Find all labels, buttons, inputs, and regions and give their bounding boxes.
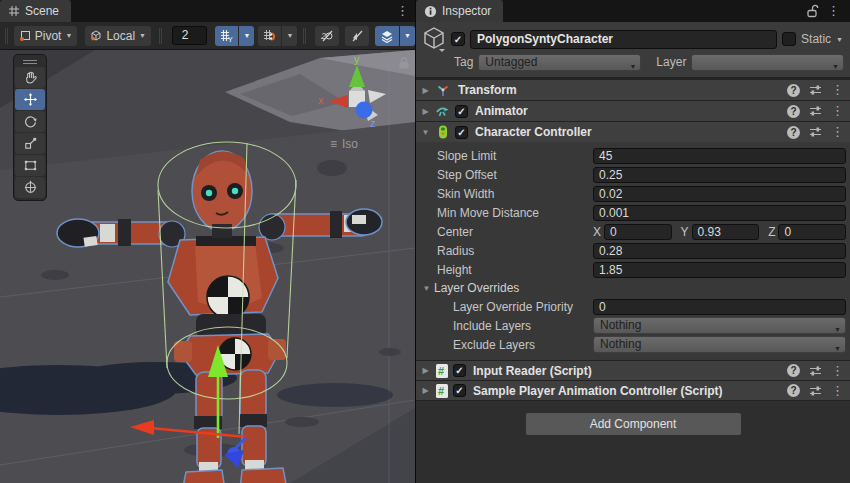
transform-tool-button[interactable] — [15, 177, 45, 198]
property-row: Include Layers Nothing ▼ — [416, 316, 850, 335]
foldout-icon[interactable]: ▶ — [420, 366, 431, 375]
component-menu-icon[interactable]: ⋮ — [831, 79, 844, 101]
layer-caret-icon: ▼ — [832, 59, 839, 74]
component-header-transform[interactable]: ▶ Transform ? ⋮ — [416, 79, 850, 100]
height-field[interactable]: 1.85 — [593, 262, 846, 278]
projection-toggle[interactable]: ≡ Iso — [330, 137, 358, 151]
add-component-button[interactable]: Add Component — [525, 412, 742, 436]
scene-grid-icon — [8, 5, 20, 17]
scene-menu-icon[interactable]: ⋮ — [390, 0, 415, 22]
snap-increment-caret[interactable]: ▼ — [282, 26, 297, 46]
local-space-button[interactable]: Local ▼ — [85, 26, 151, 46]
sample-player-title: Sample Player Animation Controller (Scri… — [473, 384, 723, 398]
presets-icon[interactable] — [809, 365, 822, 377]
transform-title: Transform — [458, 83, 517, 97]
component-menu-icon[interactable]: ⋮ — [831, 380, 844, 402]
grid-snap-caret[interactable]: ▼ — [239, 26, 254, 46]
snap-increment-button[interactable] — [258, 26, 281, 46]
help-icon[interactable]: ? — [787, 105, 800, 118]
center-x-field[interactable]: 0 — [604, 224, 672, 240]
tag-dropdown[interactable]: Untagged ▼ — [478, 54, 641, 71]
foldout-icon: ▼ — [421, 284, 432, 293]
rotate-icon — [23, 114, 38, 129]
component-header-sample-player[interactable]: ▶ # ✓ Sample Player Animation Controller… — [416, 380, 850, 400]
help-icon[interactable]: ? — [787, 126, 800, 139]
effects-toggle[interactable] — [375, 26, 399, 46]
property-row: Min Move Distance 0.001 — [416, 203, 850, 222]
include-layers-value: Nothing — [600, 318, 641, 332]
include-layers-dropdown[interactable]: Nothing ▼ — [593, 317, 846, 334]
sample-player-enabled-checkbox[interactable]: ✓ — [453, 384, 466, 397]
radius-field[interactable]: 0.28 — [593, 243, 846, 259]
scene-tab-label: Scene — [25, 4, 59, 18]
cc-enabled-checkbox[interactable]: ✓ — [455, 126, 468, 139]
foldout-icon[interactable]: ▶ — [420, 86, 431, 95]
tab-scene[interactable]: Scene — [0, 0, 71, 22]
component-menu-icon[interactable]: ⋮ — [831, 121, 844, 143]
gameobject-cube-icon[interactable] — [422, 26, 446, 52]
presets-icon[interactable] — [809, 84, 822, 96]
component-header-input-reader[interactable]: ▶ # ✓ Input Reader (Script) ? ⋮ — [416, 360, 850, 380]
pivot-mode-button[interactable]: Pivot ▼ — [14, 26, 78, 46]
svg-text:Y: Y — [228, 36, 233, 43]
foldout-icon[interactable]: ▶ — [420, 386, 431, 395]
tab-inspector[interactable]: Inspector — [416, 0, 503, 22]
help-icon[interactable]: ? — [787, 84, 800, 97]
lock-icon[interactable] — [397, 56, 411, 70]
center-y-field[interactable]: 0.93 — [692, 224, 760, 240]
scene-viewport[interactable]: y x z ≡ Iso — [0, 50, 415, 483]
camera-audio-toggle[interactable] — [345, 26, 369, 46]
hand-icon — [23, 70, 38, 85]
slope-limit-field[interactable]: 45 — [593, 148, 846, 164]
property-row: Layer Override Priority 0 — [416, 297, 850, 316]
gameobject-active-checkbox[interactable]: ✓ — [451, 32, 465, 46]
skin-width-field[interactable]: 0.02 — [593, 186, 846, 202]
help-icon[interactable]: ? — [787, 384, 800, 397]
static-checkbox[interactable] — [782, 32, 796, 46]
min-move-distance-field[interactable]: 0.001 — [593, 205, 846, 221]
grid-size-field[interactable]: 2 — [172, 26, 208, 45]
foldout-icon[interactable]: ▶ — [420, 107, 431, 116]
rect-tool-button[interactable] — [15, 155, 45, 176]
exclude-layers-dropdown[interactable]: Nothing ▼ — [593, 336, 846, 353]
toolbar-separator — [5, 28, 6, 44]
view-hand-tool-button[interactable] — [15, 67, 45, 88]
component-header-animator[interactable]: ▶ ✓ Animator ? ⋮ — [416, 100, 850, 121]
static-label: Static — [801, 32, 831, 46]
component-menu-icon[interactable]: ⋮ — [831, 360, 844, 382]
center-z-field[interactable]: 0 — [778, 224, 846, 240]
unlock-icon[interactable] — [806, 4, 819, 18]
scene-visibility-toggle[interactable]: 2 — [315, 26, 339, 46]
step-offset-field[interactable]: 0.25 — [593, 167, 846, 183]
palette-drag-handle[interactable] — [15, 57, 45, 66]
animator-enabled-checkbox[interactable]: ✓ — [455, 105, 468, 118]
help-icon[interactable]: ? — [787, 364, 800, 377]
inspector-menu-icon[interactable]: ⋮ — [821, 0, 846, 22]
character-controller-icon — [435, 124, 451, 140]
effects-caret[interactable]: ▼ — [400, 26, 415, 46]
layer-overrides-foldout[interactable]: ▼ Layer Overrides — [416, 279, 850, 297]
grid-snap-button[interactable]: Y — [215, 26, 238, 46]
svg-text:#: # — [438, 385, 444, 397]
layer-dropdown[interactable]: ▼ — [691, 54, 844, 71]
component-menu-icon[interactable]: ⋮ — [831, 100, 844, 122]
orientation-gizmo[interactable]: y x z — [312, 53, 404, 145]
animator-title: Animator — [475, 104, 528, 118]
axis-y-label: y — [354, 53, 360, 65]
inspector-footer: Add Component — [416, 400, 850, 483]
property-label: Layer Override Priority — [416, 300, 593, 314]
gameobject-name-field[interactable]: PolygonSyntyCharacter — [470, 30, 777, 49]
scale-tool-button[interactable] — [15, 133, 45, 154]
input-reader-enabled-checkbox[interactable]: ✓ — [453, 364, 466, 377]
foldout-icon[interactable]: ▼ — [420, 128, 431, 137]
presets-icon[interactable] — [809, 105, 822, 117]
rotate-tool-button[interactable] — [15, 111, 45, 132]
static-caret-icon[interactable]: ▼ — [836, 36, 843, 43]
presets-icon[interactable] — [809, 385, 822, 397]
layer-override-priority-field[interactable]: 0 — [593, 299, 846, 315]
presets-icon[interactable] — [809, 126, 822, 138]
move-tool-button[interactable] — [15, 89, 45, 110]
visibility-off-icon: 2 — [320, 29, 334, 43]
component-header-character-controller[interactable]: ▼ ✓ Character Controller ? ⋮ — [416, 121, 850, 142]
layers-icon — [380, 29, 394, 43]
